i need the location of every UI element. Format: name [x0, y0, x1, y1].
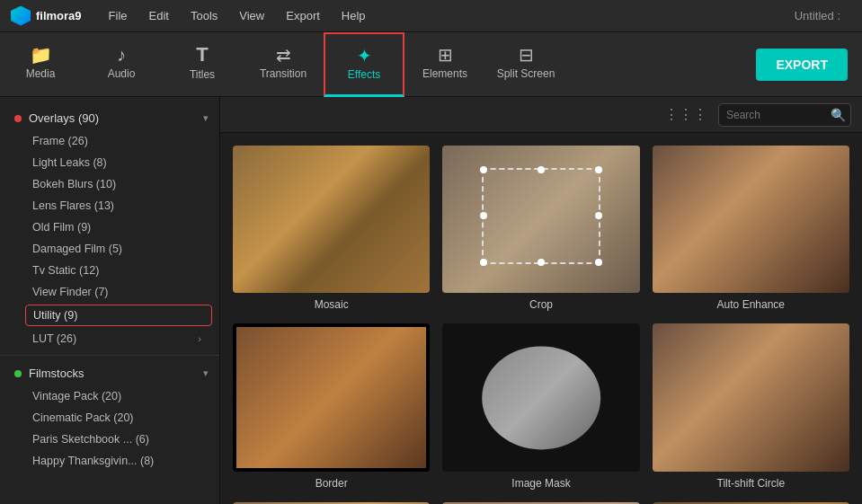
crop-handle-tc	[538, 166, 545, 173]
effect-mosaic[interactable]: Mosaic	[233, 146, 430, 311]
toolbar-media[interactable]: 📁 Media	[0, 32, 81, 97]
sidebar-header-overlays[interactable]: Overlays (90) ▾	[0, 106, 219, 130]
titles-icon: T	[196, 45, 208, 65]
sidebar-section-filmstocks: Filmstocks ▾ Vintage Pack (20) Cinematic…	[0, 359, 219, 473]
sidebar-item-tv-static[interactable]: Tv Static (12)	[0, 260, 219, 281]
sidebar-item-happy-thanksgiving[interactable]: Happy Thanksgivin... (8)	[0, 450, 219, 472]
media-label: Media	[26, 67, 56, 80]
crop-handle-tl	[480, 166, 487, 173]
sidebar-header-filmstocks[interactable]: Filmstocks ▾	[0, 361, 219, 385]
menu-tools[interactable]: Tools	[182, 5, 227, 26]
toolbar-elements[interactable]: ⊞ Elements	[404, 32, 485, 97]
filmstocks-items: Vintage Pack (20) Cinematic Pack (20) Pa…	[0, 385, 219, 472]
effect-image-mask[interactable]: Image Mask	[442, 323, 639, 489]
sidebar-item-lens-flares[interactable]: Lens Flares (13)	[0, 195, 219, 217]
menu-export[interactable]: Export	[277, 5, 329, 26]
effect-border[interactable]: Border	[233, 323, 430, 489]
sidebar-item-cinematic-pack[interactable]: Cinematic Pack (20)	[0, 407, 219, 429]
overlays-label: Overlays (90)	[29, 111, 203, 125]
toolbar: 📁 Media ♪ Audio T Titles ⇄ Transition ✦ …	[0, 32, 862, 97]
sidebar-item-light-leaks[interactable]: Light Leaks (8)	[0, 152, 219, 173]
menu-view[interactable]: View	[230, 5, 273, 26]
toolbar-titles[interactable]: T Titles	[162, 32, 243, 97]
filmstocks-label: Filmstocks	[29, 367, 203, 380]
search-box: 🔍	[718, 103, 851, 127]
overlays-dot	[14, 115, 22, 122]
toolbar-audio[interactable]: ♪ Audio	[81, 32, 162, 97]
search-icon: 🔍	[831, 108, 846, 122]
crop-handle-ml	[480, 212, 487, 219]
split-screen-icon: ⊟	[519, 46, 534, 64]
toolbar-transition[interactable]: ⇄ Transition	[243, 32, 324, 97]
effect-crop[interactable]: Crop	[442, 146, 639, 311]
menu-file[interactable]: File	[100, 5, 137, 26]
menu-edit[interactable]: Edit	[140, 5, 178, 26]
overlays-items: Frame (26) Light Leaks (8) Bokeh Blurs (…	[0, 130, 219, 349]
main-content: Overlays (90) ▾ Frame (26) Light Leaks (…	[0, 97, 862, 504]
menu-help[interactable]: Help	[333, 5, 375, 26]
logo-text: filmora9	[36, 9, 82, 22]
tilt-shift-thumb	[653, 323, 849, 471]
sidebar-item-view-finder[interactable]: View Finder (7)	[0, 281, 219, 303]
sidebar-item-vintage-pack[interactable]: Vintage Pack (20)	[0, 385, 219, 407]
audio-label: Audio	[108, 67, 136, 80]
menu-bar: filmora9 File Edit Tools View Export Hel…	[0, 0, 862, 32]
sidebar-item-old-film[interactable]: Old Film (9)	[0, 217, 219, 238]
sidebar-item-damaged-film[interactable]: Damaged Film (5)	[0, 238, 219, 260]
border-thumb	[233, 323, 430, 471]
sidebar-item-frame[interactable]: Frame (26)	[0, 130, 219, 152]
effects-icon: ✦	[357, 47, 372, 65]
export-button[interactable]: EXPORT	[756, 49, 848, 81]
crop-handle-bl	[480, 259, 487, 266]
lut-chevron: ›	[198, 333, 201, 344]
toolbar-split-screen[interactable]: ⊟ Split Screen	[485, 32, 566, 97]
transition-icon: ⇄	[276, 46, 291, 64]
crop-handle-br	[595, 259, 602, 266]
crop-handle-mr	[595, 212, 602, 219]
crop-overlay	[482, 168, 600, 264]
menu-items: File Edit Tools View Export Help	[100, 5, 375, 26]
crop-handle-tr	[595, 166, 602, 173]
search-input[interactable]	[726, 109, 825, 121]
titles-label: Titles	[190, 68, 215, 81]
border-label: Border	[233, 477, 430, 490]
toolbar-effects[interactable]: ✦ Effects	[324, 32, 404, 97]
content-area: ⋮⋮⋮ 🔍 Mosaic	[220, 97, 862, 504]
effects-label: Effects	[348, 68, 380, 81]
effect-tilt-shift-circle[interactable]: Tilt-shift Circle	[653, 323, 849, 489]
elements-label: Elements	[422, 67, 467, 80]
sidebar-item-utility[interactable]: Utility (9)	[25, 305, 212, 326]
mosaic-thumb	[233, 146, 430, 293]
effects-grid: Mosaic Crop	[220, 133, 862, 504]
logo: filmora9	[11, 6, 82, 26]
window-title: Untitled :	[795, 9, 840, 22]
auto-enhance-thumb	[653, 146, 849, 293]
crop-handle-bc	[538, 259, 545, 266]
crop-thumb	[442, 146, 639, 293]
grid-view-icon[interactable]: ⋮⋮⋮	[664, 106, 707, 123]
elements-icon: ⊞	[438, 46, 453, 64]
image-mask-thumb	[442, 323, 639, 471]
sidebar: Overlays (90) ▾ Frame (26) Light Leaks (…	[0, 97, 220, 504]
content-toolbar: ⋮⋮⋮ 🔍	[220, 97, 862, 133]
media-icon: 📁	[30, 46, 52, 64]
sidebar-item-bokeh-blurs[interactable]: Bokeh Blurs (10)	[0, 173, 219, 195]
effect-auto-enhance[interactable]: Auto Enhance	[653, 146, 849, 311]
tilt-shift-label: Tilt-shift Circle	[653, 477, 849, 490]
sidebar-section-overlays: Overlays (90) ▾ Frame (26) Light Leaks (…	[0, 104, 219, 351]
image-mask-label: Image Mask	[442, 477, 639, 490]
split-screen-label: Split Screen	[497, 67, 555, 80]
transition-label: Transition	[260, 67, 307, 80]
overlays-chevron: ▾	[203, 112, 209, 124]
filmstocks-dot	[14, 370, 22, 377]
crop-label: Crop	[442, 298, 639, 311]
logo-icon	[11, 6, 31, 26]
sidebar-item-paris-sketchbook[interactable]: Paris Sketchbook ... (6)	[0, 429, 219, 450]
filmstocks-chevron: ▾	[203, 367, 209, 379]
audio-icon: ♪	[117, 46, 126, 64]
mosaic-label: Mosaic	[233, 298, 430, 311]
sidebar-item-lut[interactable]: LUT (26) ›	[0, 328, 219, 349]
auto-enhance-label: Auto Enhance	[653, 298, 849, 311]
